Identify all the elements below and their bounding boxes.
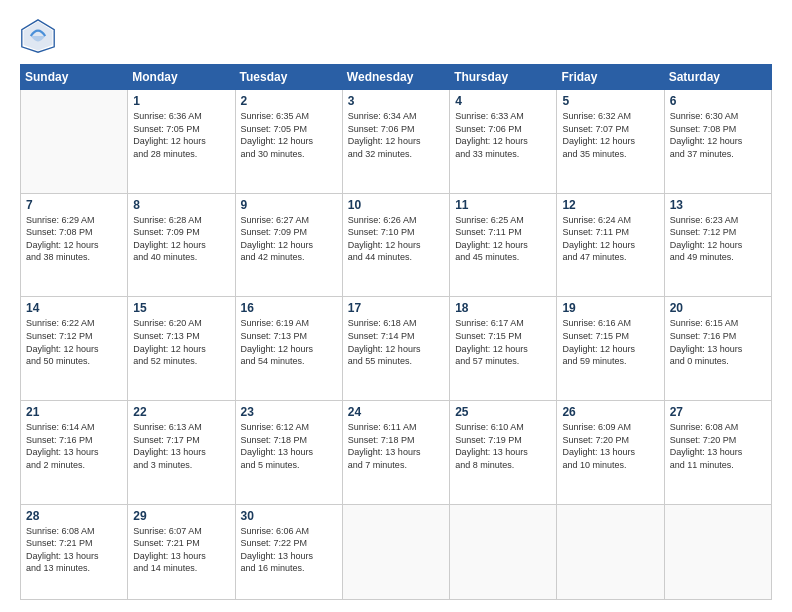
day-number: 3 bbox=[348, 94, 444, 108]
day-cell: 24Sunrise: 6:11 AM Sunset: 7:18 PM Dayli… bbox=[342, 401, 449, 505]
day-info: Sunrise: 6:13 AM Sunset: 7:17 PM Dayligh… bbox=[133, 421, 229, 471]
day-info: Sunrise: 6:22 AM Sunset: 7:12 PM Dayligh… bbox=[26, 317, 122, 367]
day-info: Sunrise: 6:10 AM Sunset: 7:19 PM Dayligh… bbox=[455, 421, 551, 471]
day-cell: 4Sunrise: 6:33 AM Sunset: 7:06 PM Daylig… bbox=[450, 90, 557, 194]
day-info: Sunrise: 6:24 AM Sunset: 7:11 PM Dayligh… bbox=[562, 214, 658, 264]
day-number: 19 bbox=[562, 301, 658, 315]
day-number: 7 bbox=[26, 198, 122, 212]
day-number: 24 bbox=[348, 405, 444, 419]
day-info: Sunrise: 6:35 AM Sunset: 7:05 PM Dayligh… bbox=[241, 110, 337, 160]
header bbox=[20, 18, 772, 54]
logo-icon bbox=[20, 18, 56, 54]
day-info: Sunrise: 6:17 AM Sunset: 7:15 PM Dayligh… bbox=[455, 317, 551, 367]
day-cell: 29Sunrise: 6:07 AM Sunset: 7:21 PM Dayli… bbox=[128, 504, 235, 599]
week-row-4: 21Sunrise: 6:14 AM Sunset: 7:16 PM Dayli… bbox=[21, 401, 772, 505]
week-row-1: 1Sunrise: 6:36 AM Sunset: 7:05 PM Daylig… bbox=[21, 90, 772, 194]
weekday-thursday: Thursday bbox=[450, 65, 557, 90]
page: SundayMondayTuesdayWednesdayThursdayFrid… bbox=[0, 0, 792, 612]
day-info: Sunrise: 6:16 AM Sunset: 7:15 PM Dayligh… bbox=[562, 317, 658, 367]
day-info: Sunrise: 6:08 AM Sunset: 7:20 PM Dayligh… bbox=[670, 421, 766, 471]
weekday-sunday: Sunday bbox=[21, 65, 128, 90]
day-info: Sunrise: 6:25 AM Sunset: 7:11 PM Dayligh… bbox=[455, 214, 551, 264]
day-number: 11 bbox=[455, 198, 551, 212]
day-number: 13 bbox=[670, 198, 766, 212]
day-cell: 1Sunrise: 6:36 AM Sunset: 7:05 PM Daylig… bbox=[128, 90, 235, 194]
day-number: 14 bbox=[26, 301, 122, 315]
day-number: 29 bbox=[133, 509, 229, 523]
day-cell: 25Sunrise: 6:10 AM Sunset: 7:19 PM Dayli… bbox=[450, 401, 557, 505]
day-number: 30 bbox=[241, 509, 337, 523]
weekday-saturday: Saturday bbox=[664, 65, 771, 90]
day-cell bbox=[342, 504, 449, 599]
day-cell: 7Sunrise: 6:29 AM Sunset: 7:08 PM Daylig… bbox=[21, 193, 128, 297]
day-cell: 3Sunrise: 6:34 AM Sunset: 7:06 PM Daylig… bbox=[342, 90, 449, 194]
weekday-header-row: SundayMondayTuesdayWednesdayThursdayFrid… bbox=[21, 65, 772, 90]
weekday-wednesday: Wednesday bbox=[342, 65, 449, 90]
day-cell: 9Sunrise: 6:27 AM Sunset: 7:09 PM Daylig… bbox=[235, 193, 342, 297]
day-cell: 19Sunrise: 6:16 AM Sunset: 7:15 PM Dayli… bbox=[557, 297, 664, 401]
day-cell: 21Sunrise: 6:14 AM Sunset: 7:16 PM Dayli… bbox=[21, 401, 128, 505]
calendar-table: SundayMondayTuesdayWednesdayThursdayFrid… bbox=[20, 64, 772, 600]
day-info: Sunrise: 6:27 AM Sunset: 7:09 PM Dayligh… bbox=[241, 214, 337, 264]
day-info: Sunrise: 6:11 AM Sunset: 7:18 PM Dayligh… bbox=[348, 421, 444, 471]
day-info: Sunrise: 6:36 AM Sunset: 7:05 PM Dayligh… bbox=[133, 110, 229, 160]
day-cell bbox=[664, 504, 771, 599]
day-cell: 23Sunrise: 6:12 AM Sunset: 7:18 PM Dayli… bbox=[235, 401, 342, 505]
day-cell: 10Sunrise: 6:26 AM Sunset: 7:10 PM Dayli… bbox=[342, 193, 449, 297]
weekday-tuesday: Tuesday bbox=[235, 65, 342, 90]
day-cell: 28Sunrise: 6:08 AM Sunset: 7:21 PM Dayli… bbox=[21, 504, 128, 599]
day-cell bbox=[557, 504, 664, 599]
day-info: Sunrise: 6:28 AM Sunset: 7:09 PM Dayligh… bbox=[133, 214, 229, 264]
day-info: Sunrise: 6:18 AM Sunset: 7:14 PM Dayligh… bbox=[348, 317, 444, 367]
day-info: Sunrise: 6:19 AM Sunset: 7:13 PM Dayligh… bbox=[241, 317, 337, 367]
day-number: 25 bbox=[455, 405, 551, 419]
day-info: Sunrise: 6:14 AM Sunset: 7:16 PM Dayligh… bbox=[26, 421, 122, 471]
day-cell: 30Sunrise: 6:06 AM Sunset: 7:22 PM Dayli… bbox=[235, 504, 342, 599]
day-info: Sunrise: 6:26 AM Sunset: 7:10 PM Dayligh… bbox=[348, 214, 444, 264]
day-cell: 16Sunrise: 6:19 AM Sunset: 7:13 PM Dayli… bbox=[235, 297, 342, 401]
day-info: Sunrise: 6:07 AM Sunset: 7:21 PM Dayligh… bbox=[133, 525, 229, 575]
day-info: Sunrise: 6:12 AM Sunset: 7:18 PM Dayligh… bbox=[241, 421, 337, 471]
week-row-2: 7Sunrise: 6:29 AM Sunset: 7:08 PM Daylig… bbox=[21, 193, 772, 297]
day-info: Sunrise: 6:23 AM Sunset: 7:12 PM Dayligh… bbox=[670, 214, 766, 264]
day-number: 26 bbox=[562, 405, 658, 419]
day-cell: 15Sunrise: 6:20 AM Sunset: 7:13 PM Dayli… bbox=[128, 297, 235, 401]
day-info: Sunrise: 6:20 AM Sunset: 7:13 PM Dayligh… bbox=[133, 317, 229, 367]
day-number: 18 bbox=[455, 301, 551, 315]
day-info: Sunrise: 6:15 AM Sunset: 7:16 PM Dayligh… bbox=[670, 317, 766, 367]
day-info: Sunrise: 6:30 AM Sunset: 7:08 PM Dayligh… bbox=[670, 110, 766, 160]
day-cell: 8Sunrise: 6:28 AM Sunset: 7:09 PM Daylig… bbox=[128, 193, 235, 297]
day-number: 10 bbox=[348, 198, 444, 212]
weekday-friday: Friday bbox=[557, 65, 664, 90]
day-number: 1 bbox=[133, 94, 229, 108]
day-number: 22 bbox=[133, 405, 229, 419]
day-info: Sunrise: 6:29 AM Sunset: 7:08 PM Dayligh… bbox=[26, 214, 122, 264]
day-info: Sunrise: 6:33 AM Sunset: 7:06 PM Dayligh… bbox=[455, 110, 551, 160]
day-info: Sunrise: 6:34 AM Sunset: 7:06 PM Dayligh… bbox=[348, 110, 444, 160]
day-number: 4 bbox=[455, 94, 551, 108]
day-number: 8 bbox=[133, 198, 229, 212]
day-number: 17 bbox=[348, 301, 444, 315]
day-cell bbox=[450, 504, 557, 599]
day-cell: 11Sunrise: 6:25 AM Sunset: 7:11 PM Dayli… bbox=[450, 193, 557, 297]
day-number: 2 bbox=[241, 94, 337, 108]
weekday-monday: Monday bbox=[128, 65, 235, 90]
day-cell bbox=[21, 90, 128, 194]
day-number: 9 bbox=[241, 198, 337, 212]
week-row-5: 28Sunrise: 6:08 AM Sunset: 7:21 PM Dayli… bbox=[21, 504, 772, 599]
day-cell: 2Sunrise: 6:35 AM Sunset: 7:05 PM Daylig… bbox=[235, 90, 342, 194]
day-number: 20 bbox=[670, 301, 766, 315]
week-row-3: 14Sunrise: 6:22 AM Sunset: 7:12 PM Dayli… bbox=[21, 297, 772, 401]
day-cell: 22Sunrise: 6:13 AM Sunset: 7:17 PM Dayli… bbox=[128, 401, 235, 505]
day-number: 27 bbox=[670, 405, 766, 419]
day-info: Sunrise: 6:32 AM Sunset: 7:07 PM Dayligh… bbox=[562, 110, 658, 160]
day-number: 21 bbox=[26, 405, 122, 419]
day-info: Sunrise: 6:06 AM Sunset: 7:22 PM Dayligh… bbox=[241, 525, 337, 575]
day-cell: 5Sunrise: 6:32 AM Sunset: 7:07 PM Daylig… bbox=[557, 90, 664, 194]
day-number: 23 bbox=[241, 405, 337, 419]
day-number: 28 bbox=[26, 509, 122, 523]
day-number: 5 bbox=[562, 94, 658, 108]
day-number: 12 bbox=[562, 198, 658, 212]
day-cell: 17Sunrise: 6:18 AM Sunset: 7:14 PM Dayli… bbox=[342, 297, 449, 401]
day-cell: 20Sunrise: 6:15 AM Sunset: 7:16 PM Dayli… bbox=[664, 297, 771, 401]
